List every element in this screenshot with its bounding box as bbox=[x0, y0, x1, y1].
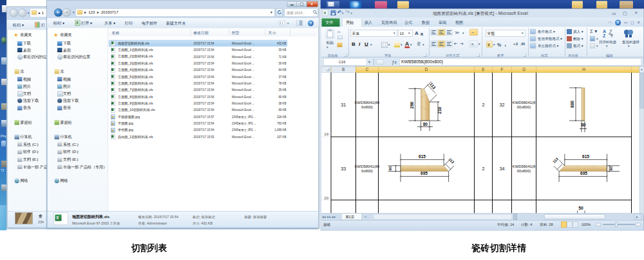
svg-text:20: 20 bbox=[324, 196, 328, 200]
svg-text:KWD58041(8: KWD58041(8 bbox=[513, 101, 536, 105]
svg-text:00x800): 00x800) bbox=[517, 105, 531, 109]
svg-text:2: 2 bbox=[482, 102, 485, 108]
svg-text:KWD58041(80: KWD58041(80 bbox=[355, 101, 380, 105]
svg-text:H: H bbox=[582, 67, 585, 72]
svg-text:32: 32 bbox=[500, 102, 505, 108]
svg-text:0x800): 0x800) bbox=[361, 169, 373, 173]
svg-text:34: 34 bbox=[500, 166, 505, 172]
svg-text:800: 800 bbox=[570, 101, 574, 108]
svg-text:31: 31 bbox=[341, 102, 346, 108]
svg-text:2: 2 bbox=[482, 166, 485, 172]
svg-text:C: C bbox=[366, 67, 369, 72]
svg-text:615: 615 bbox=[419, 154, 426, 159]
svg-text:00x800): 00x800) bbox=[517, 169, 531, 173]
svg-text:695: 695 bbox=[421, 171, 428, 175]
svg-text:KWD58041(80: KWD58041(80 bbox=[355, 165, 380, 168]
svg-text:0x800): 0x800) bbox=[361, 105, 373, 109]
svg-text:F: F bbox=[501, 67, 504, 72]
svg-text:290: 290 bbox=[410, 101, 414, 108]
svg-text:80: 80 bbox=[423, 122, 428, 126]
svg-text:695: 695 bbox=[580, 171, 587, 175]
svg-text:E: E bbox=[482, 67, 485, 72]
svg-text:210: 210 bbox=[437, 106, 442, 114]
svg-text:60: 60 bbox=[388, 166, 392, 170]
svg-text:50: 50 bbox=[578, 206, 583, 210]
svg-text:D: D bbox=[425, 67, 428, 72]
svg-text:G: G bbox=[522, 67, 526, 72]
svg-text:B: B bbox=[342, 67, 345, 72]
svg-text:615: 615 bbox=[582, 154, 589, 159]
svg-text:80: 80 bbox=[581, 123, 586, 127]
svg-text:KWD58041(8: KWD58041(8 bbox=[513, 165, 536, 168]
svg-text:19: 19 bbox=[324, 132, 328, 136]
svg-text:33: 33 bbox=[341, 166, 346, 172]
svg-text:60: 60 bbox=[609, 166, 613, 170]
